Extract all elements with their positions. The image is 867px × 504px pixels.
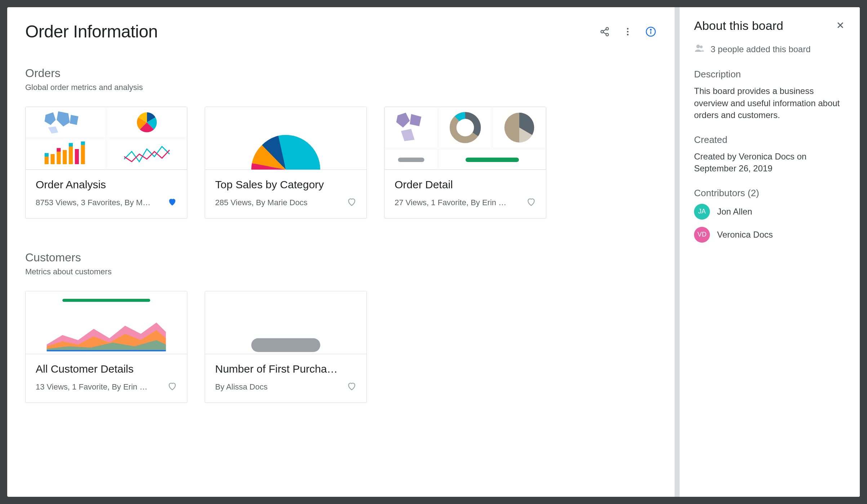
- section-orders: Orders Global order metrics and analysis: [25, 67, 657, 219]
- contributor-name: Jon Allen: [717, 207, 752, 217]
- svg-rect-25: [466, 157, 519, 162]
- dashboard-card[interactable]: All Customer Details 13 Views, 1 Favorit…: [25, 291, 187, 403]
- contributor-item: JA Jon Allen: [694, 204, 845, 220]
- dashboard-card[interactable]: Order Detail 27 Views, 1 Favorite, By Er…: [384, 107, 546, 219]
- dashboard-card[interactable]: Order Analysis 8753 Views, 3 Favorites, …: [25, 107, 187, 219]
- card-meta: 13 Views, 1 Favorite, By Erin …: [36, 382, 147, 392]
- more-icon[interactable]: [622, 26, 633, 37]
- card-title: Number of First Purcha…: [215, 363, 356, 375]
- avatar: JA: [694, 204, 710, 220]
- svg-point-6: [627, 31, 629, 32]
- svg-rect-12: [45, 153, 49, 157]
- share-icon[interactable]: [599, 26, 610, 37]
- svg-point-32: [700, 46, 703, 49]
- heart-icon[interactable]: [168, 382, 177, 392]
- section-title: Orders: [25, 67, 657, 80]
- svg-rect-19: [75, 149, 79, 164]
- card-title: Order Analysis: [36, 179, 177, 191]
- people-added-text: 3 people added this board: [711, 44, 811, 54]
- card-title: Order Detail: [395, 179, 536, 191]
- card-meta: By Alissa Docs: [215, 382, 268, 392]
- card-thumbnail: [384, 107, 546, 170]
- card-title: Top Sales by Category: [215, 179, 356, 191]
- svg-rect-11: [45, 157, 49, 164]
- card-meta: 27 Views, 1 Favorite, By Erin …: [395, 198, 506, 207]
- people-icon: [694, 43, 705, 56]
- section-customers: Customers Metrics about customers All Cu…: [25, 251, 657, 403]
- svg-point-7: [627, 33, 629, 35]
- card-meta: 285 Views, By Marie Docs: [215, 198, 307, 207]
- card-thumbnail: [26, 291, 187, 354]
- svg-point-1: [601, 30, 604, 33]
- about-title: About this board: [694, 19, 783, 33]
- svg-point-31: [696, 45, 700, 48]
- dashboard-card[interactable]: Top Sales by Category 285 Views, By Mari…: [205, 107, 367, 219]
- svg-rect-26: [62, 299, 150, 302]
- panel-divider: [675, 7, 680, 497]
- card-title: All Customer Details: [36, 363, 177, 375]
- svg-rect-18: [69, 143, 73, 147]
- svg-point-10: [650, 29, 652, 30]
- avatar: VD: [694, 227, 710, 243]
- svg-point-2: [606, 33, 609, 36]
- contributor-item: VD Veronica Docs: [694, 227, 845, 243]
- heart-icon[interactable]: [347, 197, 356, 208]
- section-subtitle: Global order metrics and analysis: [25, 83, 657, 92]
- svg-rect-17: [69, 147, 73, 164]
- heart-icon[interactable]: [168, 197, 177, 208]
- card-meta: 8753 Views, 3 Favorites, By M…: [36, 198, 151, 207]
- svg-rect-20: [81, 145, 85, 164]
- created-text: Created by Veronica Docs on September 26…: [694, 150, 845, 175]
- card-thumbnail: [205, 107, 366, 170]
- heart-icon[interactable]: [347, 382, 356, 392]
- svg-rect-15: [57, 148, 61, 152]
- card-thumbnail: [205, 291, 366, 354]
- contributor-name: Veronica Docs: [717, 230, 773, 240]
- close-icon[interactable]: [835, 20, 845, 32]
- svg-rect-16: [63, 150, 67, 164]
- dashboard-card[interactable]: Number of First Purcha… By Alissa Docs: [205, 291, 367, 403]
- about-panel: About this board 3 people added this boa…: [680, 7, 860, 497]
- svg-rect-21: [81, 141, 85, 145]
- created-label: Created: [694, 134, 845, 145]
- info-icon[interactable]: [645, 26, 657, 37]
- description-text: This board provides a business overview …: [694, 85, 845, 121]
- svg-point-5: [627, 28, 629, 30]
- section-title: Customers: [25, 251, 657, 264]
- svg-rect-24: [398, 157, 424, 162]
- svg-rect-14: [57, 152, 61, 164]
- svg-rect-13: [51, 154, 55, 164]
- heart-icon[interactable]: [526, 197, 536, 208]
- card-thumbnail: [26, 107, 187, 170]
- svg-rect-28: [251, 338, 320, 352]
- svg-line-4: [603, 32, 606, 34]
- contributors-label: Contributors (2): [694, 188, 845, 199]
- main-panel: Order Information Orders Global order me…: [7, 7, 675, 497]
- svg-point-0: [606, 27, 609, 30]
- svg-line-3: [603, 29, 606, 31]
- section-subtitle: Metrics about customers: [25, 267, 657, 276]
- page-title: Order Information: [25, 22, 158, 41]
- description-label: Description: [694, 69, 845, 80]
